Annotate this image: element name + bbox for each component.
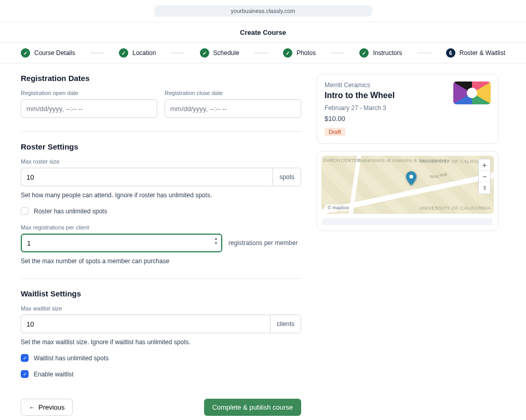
- preview-panel: Merritt Ceramics Intro to the Wheel Febr…: [317, 74, 498, 416]
- step-separator: [170, 52, 185, 53]
- compass-button[interactable]: ⇧: [479, 182, 490, 194]
- check-icon: ✓: [21, 48, 30, 58]
- map[interactable]: EARCH CENTER Department of Anatomy & Neu…: [321, 156, 494, 214]
- perclient-label: Max registrations per client: [21, 224, 301, 231]
- section-registration-title: Registration Dates: [21, 74, 301, 83]
- zoom-out-button[interactable]: −: [479, 171, 490, 182]
- step-course-details[interactable]: ✓ Course Details: [21, 48, 75, 58]
- step-separator: [417, 52, 431, 53]
- registration-close-input[interactable]: [165, 99, 301, 118]
- step-instructors[interactable]: ✓ Instructors: [359, 48, 402, 58]
- check-icon: ✓: [200, 48, 209, 58]
- zoom-in-button[interactable]: +: [479, 159, 490, 171]
- preview-price: $10.00: [325, 115, 491, 123]
- step-roster-waitlist[interactable]: 6 Roster & Waitlist: [446, 48, 505, 58]
- preview-dates: February 27 - March 3: [325, 104, 491, 112]
- course-preview-card: Merritt Ceramics Intro to the Wheel Febr…: [317, 74, 498, 144]
- map-caption-placeholder: [322, 218, 493, 225]
- step-label: Instructors: [373, 49, 402, 57]
- map-pin-icon: [406, 171, 417, 183]
- step-schedule[interactable]: ✓ Schedule: [200, 48, 239, 58]
- step-number-icon: 6: [446, 48, 455, 58]
- svg-point-0: [409, 174, 413, 178]
- divider: [21, 131, 301, 132]
- step-photos[interactable]: ✓ Photos: [283, 48, 316, 58]
- max-waitlist-suffix: clients: [270, 315, 301, 333]
- check-icon: ✓: [359, 48, 369, 58]
- map-label: EARCH CENTER: [323, 158, 360, 163]
- check-icon: ✓: [283, 48, 292, 58]
- perclient-suffix: registrations per member: [228, 239, 298, 247]
- step-label: Photos: [296, 49, 316, 57]
- map-label: Ring Mall: [429, 172, 447, 180]
- max-waitlist-input[interactable]: [21, 315, 270, 333]
- arrow-left-icon: ←: [29, 403, 35, 411]
- map-controls: + − ⇧: [478, 159, 491, 194]
- max-waitlist-label: Max waitlist size: [21, 305, 301, 311]
- max-roster-suffix: spots: [273, 168, 301, 186]
- previous-button[interactable]: ← Previous: [21, 399, 73, 416]
- enable-waitlist-checkbox[interactable]: ✓: [21, 370, 29, 378]
- step-location[interactable]: ✓ Location: [119, 48, 156, 58]
- previous-button-label: Previous: [38, 403, 65, 411]
- stepper: ✓ Course Details ✓ Location ✓ Schedule ✓…: [0, 43, 526, 63]
- registration-open-input[interactable]: [21, 99, 157, 118]
- map-attribution: © mapbox: [325, 205, 352, 211]
- step-separator: [330, 52, 345, 53]
- max-roster-label: Max roster size: [21, 158, 301, 165]
- check-icon: ✓: [119, 48, 128, 58]
- form-panel: Registration Dates Registration open dat…: [21, 74, 301, 416]
- status-badge: Draft: [325, 128, 345, 136]
- section-roster-title: Roster Settings: [21, 142, 301, 151]
- max-waitlist-helper: Set the max waitlist size. Ignore if wai…: [21, 338, 301, 346]
- divider: [21, 278, 301, 279]
- url-bar[interactable]: yourbusiness.classly.com: [154, 5, 372, 17]
- waitlist-unlimited-label: Waitlist has unlimited spots: [34, 355, 109, 362]
- page-title: Create Course: [0, 22, 526, 43]
- publish-button[interactable]: Complete & publish course: [204, 399, 301, 416]
- step-separator: [90, 52, 104, 53]
- roster-unlimited-checkbox[interactable]: [21, 207, 29, 215]
- registration-open-label: Registration open date: [21, 90, 157, 96]
- max-roster-input[interactable]: [21, 168, 273, 186]
- max-roster-helper: Set how many people can attend. Ignore i…: [21, 192, 301, 199]
- step-label: Course Details: [34, 49, 75, 57]
- section-waitlist-title: Waitlist Settings: [21, 289, 301, 298]
- map-label: UNIVERSITY OF CALIFORNIA: [420, 206, 491, 211]
- number-stepper-icon[interactable]: ▲▼: [214, 237, 218, 246]
- step-separator: [254, 52, 268, 53]
- perclient-input[interactable]: [22, 235, 221, 251]
- map-card: EARCH CENTER Department of Anatomy & Neu…: [317, 151, 498, 231]
- step-label: Roster & Waitlist: [460, 49, 505, 57]
- roster-unlimited-label: Roster has unlimited spots: [34, 208, 107, 215]
- step-label: Schedule: [213, 49, 239, 57]
- waitlist-unlimited-checkbox[interactable]: ✓: [21, 354, 29, 362]
- enable-waitlist-label: Enable waitlist: [34, 371, 74, 378]
- registration-close-label: Registration close date: [165, 90, 301, 96]
- step-label: Location: [132, 49, 156, 57]
- course-thumbnail: [453, 82, 491, 104]
- perclient-helper: Set the max number of spots a member can…: [21, 258, 301, 265]
